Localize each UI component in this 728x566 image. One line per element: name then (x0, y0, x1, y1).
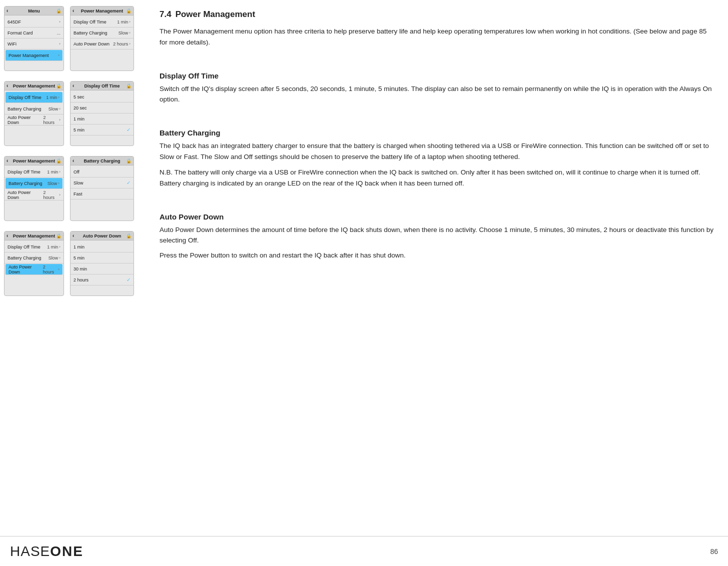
menu-item-5sec: 5 sec (70, 92, 134, 102)
section-battery-title: Battery Charging (160, 127, 716, 138)
menu-item-battery-4: Battery Charging Slow › (4, 252, 64, 264)
back-arrow-icon-3: ‹ (6, 83, 8, 88)
menu-item-display-3: Display Off Time 1 min › (4, 166, 64, 178)
page-number: 86 (710, 548, 718, 556)
screen-row-2: ‹ Power Management 🔒 Display Off Time 1 … (2, 79, 140, 148)
section-auto-power-text2: Press the Power button to switch on and … (160, 250, 716, 261)
menu-item-display-4: Display Off Time 1 min › (4, 242, 64, 252)
screen-row-1: ‹ Menu 🔒 645DF › Format Card ... WiFi › (2, 4, 140, 73)
lock-icon-2: 🔒 (126, 8, 132, 14)
screen-title-power-3: Power Management (13, 158, 56, 164)
screen-header-power: ‹ Power Management 🔒 (70, 6, 134, 16)
screen-row-3: ‹ Power Management 🔒 Display Off Time 1 … (2, 154, 140, 223)
screen-header-power-4: ‹ Power Management 🔒 (4, 232, 64, 240)
menu-item-645df: 645DF › (4, 16, 64, 28)
screen-header-menu: ‹ Menu 🔒 (4, 6, 64, 16)
back-arrow-icon-8: ‹ (72, 233, 74, 238)
screen-title-power-2: Power Management (13, 84, 56, 88)
menu-item-display-off: Display Off Time 1 min › (70, 16, 134, 28)
menu-item-battery-selected: Battery Charging Slow › (6, 178, 62, 189)
bottom-bar: HASEONE 86 (0, 536, 728, 566)
lock-icon-8: 🔒 (126, 234, 132, 238)
menu-item-battery-2: Battery Charging Slow › (4, 104, 64, 114)
section-display-off-text: Switch off the IQ's display screen after… (160, 84, 716, 105)
screen-body-power-4: Display Off Time 1 min › Battery Chargin… (4, 240, 64, 276)
menu-item-2hours-apd: 2 hours ✓ (70, 274, 134, 286)
lock-icon-5: 🔒 (56, 158, 62, 164)
screen-body-power-2: Display Off Time 1 min › Battery Chargin… (4, 90, 64, 126)
device-screen-power-auto: ‹ Power Management 🔒 Display Off Time 1 … (4, 231, 64, 296)
screen-header-power-3: ‹ Power Management 🔒 (4, 156, 64, 166)
section-auto-power-title: Auto Power Down (160, 211, 716, 222)
menu-item-5min: 5 min ✓ (70, 124, 134, 136)
back-arrow-icon-6: ‹ (72, 158, 74, 164)
screens-column: ‹ Menu 🔒 645DF › Format Card ... WiFi › (0, 0, 142, 308)
menu-item-5min-apd: 5 min (70, 252, 134, 264)
menu-item-auto-3: Auto Power Down 2 hours › (4, 190, 64, 200)
screen-body-battery: Off Slow ✓ Fast (70, 166, 134, 200)
back-arrow-icon: ‹ (6, 8, 8, 14)
chapter-number: 7.4 (160, 8, 172, 21)
screen-header-battery: ‹ Battery Charging 🔒 (70, 156, 134, 166)
intro-text: The Power Management menu option has thr… (160, 26, 716, 48)
section-auto-power-text1: Auto Power Down determines the amount of… (160, 224, 716, 246)
device-screen-display-off-time: ‹ Display Off Time 🔒 5 sec 20 sec 1 min (70, 81, 134, 146)
device-screen-power-display: ‹ Power Management 🔒 Display Off Time 1 … (4, 81, 64, 146)
screen-title-battery: Battery Charging (84, 158, 120, 164)
lock-icon-6: 🔒 (126, 158, 132, 164)
menu-item-1min: 1 min (70, 114, 134, 124)
screen-body-display: 5 sec 20 sec 1 min 5 min ✓ (70, 90, 134, 136)
section-battery-text2: N.B. The battery will only charge via a … (160, 167, 716, 188)
lock-icon: 🔒 (56, 8, 62, 14)
lock-icon-4: 🔒 (126, 84, 132, 88)
menu-item-auto-selected: Auto Power Down 2 hours › (6, 264, 62, 275)
section-display-off-title: Display Off Time (160, 70, 716, 82)
screen-title-power-4: Power Management (13, 234, 56, 238)
section-battery-text1: The IQ back has an integrated battery ch… (160, 140, 716, 162)
screen-header-auto: ‹ Auto Power Down 🔒 (70, 232, 134, 240)
screen-body-power-3: Display Off Time 1 min › Battery Chargin… (4, 166, 64, 202)
screen-title-power: Power Management (81, 8, 124, 14)
lock-icon-3: 🔒 (56, 84, 62, 88)
menu-item-format-card: Format Card ... (4, 28, 64, 38)
back-arrow-icon-5: ‹ (6, 158, 8, 164)
device-screen-power-mgmt: ‹ Power Management 🔒 Display Off Time 1 … (70, 6, 134, 71)
screen-body-power: Display Off Time 1 min › Battery Chargin… (70, 16, 134, 50)
screen-title-menu: Menu (28, 8, 40, 14)
menu-item-slow-bc: Slow ✓ (70, 178, 134, 188)
screen-body-auto: 1 min 5 min 30 min 2 hours ✓ (70, 240, 134, 286)
lock-icon-7: 🔒 (56, 234, 62, 238)
brand-part1: HASE (10, 544, 50, 559)
menu-item-battery: Battery Charging Slow › (70, 28, 134, 38)
menu-item-1min-apd: 1 min (70, 242, 134, 252)
menu-item-off-bc: Off (70, 166, 134, 178)
screen-header-power-2: ‹ Power Management 🔒 (4, 82, 64, 90)
screen-body-menu: 645DF › Format Card ... WiFi › Power Man… (4, 16, 64, 62)
menu-item-display-selected: Display Off Time 1 min › (6, 92, 62, 103)
menu-item-20sec: 20 sec (70, 102, 134, 114)
screen-title-display: Display Off Time (84, 84, 120, 88)
menu-item-power-mgmt: Power Management › (6, 50, 62, 61)
device-screen-power-battery: ‹ Power Management 🔒 Display Off Time 1 … (4, 156, 64, 221)
menu-item-fast-bc: Fast (70, 188, 134, 200)
device-screen-auto-power-down: ‹ Auto Power Down 🔒 1 min 5 min 30 min (70, 231, 134, 296)
screen-title-auto: Auto Power Down (83, 234, 122, 238)
back-arrow-icon-2: ‹ (72, 8, 74, 14)
menu-item-30min-apd: 30 min (70, 264, 134, 274)
content-column: 7.4 Power Management The Power Managemen… (148, 0, 728, 273)
menu-item-auto-2: Auto Power Down 2 hours › (4, 114, 64, 126)
back-arrow-icon-7: ‹ (6, 233, 8, 238)
device-screen-menu: ‹ Menu 🔒 645DF › Format Card ... WiFi › (4, 6, 64, 71)
menu-item-auto-power: Auto Power Down 2 hours › (70, 38, 134, 50)
brand-logo: HASEONE (10, 544, 84, 560)
menu-item-wifi: WiFi › (4, 38, 64, 50)
screen-row-4: ‹ Power Management 🔒 Display Off Time 1 … (2, 229, 140, 298)
back-arrow-icon-4: ‹ (72, 83, 74, 88)
brand-part2: ONE (50, 544, 84, 559)
device-screen-battery-charging: ‹ Battery Charging 🔒 Off Slow ✓ Fast (70, 156, 134, 221)
main-title: Power Management (176, 8, 256, 21)
screen-header-display: ‹ Display Off Time 🔒 (70, 82, 134, 90)
